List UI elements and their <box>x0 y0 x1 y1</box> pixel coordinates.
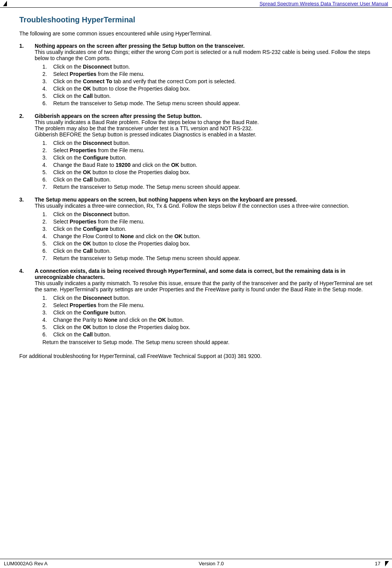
step-4-2: 2.Select Properties from the File menu. <box>42 302 373 308</box>
step-1-5: 5.Click on the Call button. <box>42 93 373 99</box>
item-2-num: 2. <box>19 113 35 119</box>
header: Spread Spectrum Wireless Data Transceive… <box>0 0 392 8</box>
step-1-4: 4.Click on the OK button to close the Pr… <box>42 86 373 92</box>
footer: LUM0002AG Rev A Version 7.0 17 <box>0 559 392 568</box>
list-item-1: 1. Nothing appears on the screen after p… <box>19 43 373 108</box>
item-3-heading: The Setup menu appears on the screen, bu… <box>35 197 373 203</box>
item-1-heading: Nothing appears on the screen after pres… <box>35 43 373 49</box>
footer-triangle-icon <box>385 561 389 566</box>
main-list: 1. Nothing appears on the screen after p… <box>19 43 373 345</box>
list-item-3: 3. The Setup menu appears on the screen,… <box>19 197 373 262</box>
step-2-2: 2.Select Properties from the File menu. <box>42 147 373 153</box>
item-3-steps: 1.Click on the Disconnect button. 2.Sele… <box>42 211 373 261</box>
item-1-body: This usually indicates one of two things… <box>35 49 373 61</box>
item-1-steps: 1.Click on the Disconnect button. 2.Sele… <box>42 64 373 106</box>
item-2-steps: 1.Click on the Disconnect button. 2.Sele… <box>42 140 373 190</box>
item-4-after-steps: Return the transceiver to Setup mode. Th… <box>42 339 373 345</box>
header-triangle-icon <box>3 1 7 6</box>
additional-note: For additional troubleshooting for Hyper… <box>19 353 373 359</box>
item-1-num: 1. <box>19 43 35 49</box>
step-2-5: 5.Click on the OK button to close the Pr… <box>42 169 373 175</box>
item-2-content: Gibberish appears on the screen after pr… <box>35 113 373 191</box>
step-2-3: 3.Click on the Configure button. <box>42 155 373 161</box>
list-item-2: 2. Gibberish appears on the screen after… <box>19 113 373 191</box>
item-3-body: This usually indicates a three-wire conn… <box>35 203 373 209</box>
intro-text: The following are some common issues enc… <box>19 30 373 37</box>
step-4-3: 3.Click on the Configure button. <box>42 309 373 316</box>
footer-left: LUM0002AG Rev A <box>4 561 47 566</box>
step-3-4: 4.Change the Flow Control to None and cl… <box>42 233 373 239</box>
item-4-num: 4. <box>19 268 35 274</box>
step-2-6: 6.Click on the Call button. <box>42 176 373 183</box>
step-3-3: 3.Click on the Configure button. <box>42 226 373 232</box>
step-3-5: 5.Click on the OK button to close the Pr… <box>42 240 373 247</box>
item-4-body: This usually indicates a parity mismatch… <box>35 280 373 292</box>
item-4-heading: A connection exists, data is being recei… <box>35 268 373 280</box>
step-3-1: 1.Click on the Disconnect button. <box>42 211 373 217</box>
footer-center: Version 7.0 <box>199 561 224 566</box>
item-2-body: This usually indicates a Baud Rate probl… <box>35 119 373 138</box>
step-4-1: 1.Click on the Disconnect button. <box>42 295 373 301</box>
page-title: Troubleshooting HyperTerminal <box>19 15 373 24</box>
item-4-content: A connection exists, data is being recei… <box>35 268 373 345</box>
item-4-steps: 1.Click on the Disconnect button. 2.Sele… <box>42 295 373 338</box>
step-4-6: 6.Click on the Call button. <box>42 331 373 338</box>
step-3-6: 6.Click on the Call button. <box>42 248 373 254</box>
step-1-3: 3.Click on the Connect To tab and verify… <box>42 78 373 84</box>
step-3-7: 7.Return the transceiver to Setup mode. … <box>42 255 373 261</box>
step-3-2: 2.Select Properties from the File menu. <box>42 218 373 225</box>
step-4-4: 4.Change the Parity to None and click on… <box>42 317 373 323</box>
item-3-content: The Setup menu appears on the screen, bu… <box>35 197 373 262</box>
item-2-heading: Gibberish appears on the screen after pr… <box>35 113 373 119</box>
step-2-1: 1.Click on the Disconnect button. <box>42 140 373 146</box>
main-content: Troubleshooting HyperTerminal The follow… <box>0 8 392 390</box>
step-4-5: 5.Click on the OK button to close the Pr… <box>42 324 373 330</box>
item-1-content: Nothing appears on the screen after pres… <box>35 43 373 108</box>
step-2-4: 4.Change the Baud Rate to 19200 and clic… <box>42 162 373 168</box>
step-2-7: 7.Return the transceiver to Setup mode. … <box>42 184 373 190</box>
step-1-2: 2.Select Properties from the File menu. <box>42 71 373 77</box>
step-1-1: 1.Click on the Disconnect button. <box>42 64 373 70</box>
item-3-num: 3. <box>19 197 35 203</box>
step-1-6: 6.Return the transceiver to Setup mode. … <box>42 100 373 106</box>
header-title: Spread Spectrum Wireless Data Transceive… <box>259 1 388 7</box>
list-item-4: 4. A connection exists, data is being re… <box>19 268 373 345</box>
